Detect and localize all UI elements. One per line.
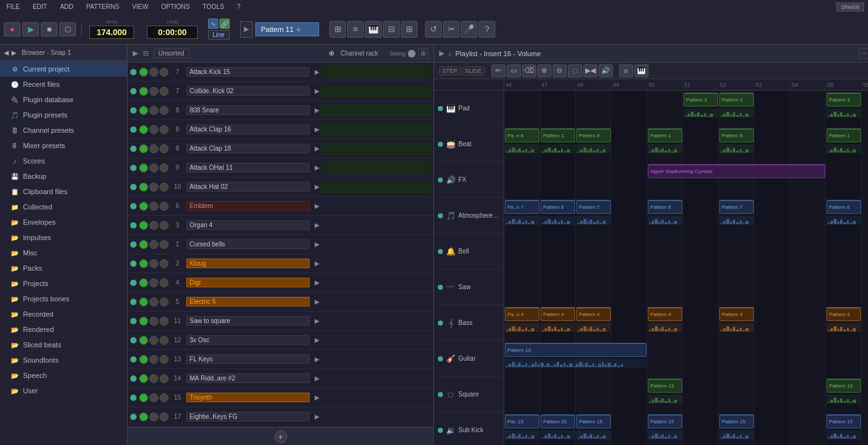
channel-fx[interactable] (160, 163, 168, 172)
pattern-block[interactable]: Pattern 1 (541, 128, 575, 142)
pattern-expand-arrow[interactable]: ▶ (315, 68, 320, 75)
channel-solo[interactable] (139, 125, 148, 134)
channel-mute[interactable] (149, 240, 158, 249)
track-label[interactable]: □Square (434, 377, 504, 412)
pattern-block[interactable]: Pattern 13 (648, 379, 682, 393)
track-cell[interactable] (504, 269, 540, 305)
tool-piano[interactable]: 🎹 (634, 64, 648, 77)
channel-fx[interactable] (160, 336, 168, 345)
pattern-block[interactable]: Pattern 4 (648, 307, 682, 321)
pattern-block[interactable]: Pat..15 (505, 414, 539, 428)
sidebar-item-recent-files[interactable]: 🕐Recent files (0, 77, 127, 92)
record-button[interactable]: ● (4, 22, 20, 36)
sidebar-item-mixer-presets[interactable]: 🎚Mixer presets (0, 138, 127, 153)
channel-solo[interactable] (139, 144, 148, 153)
channel-mute[interactable] (149, 355, 158, 364)
pattern-expand-arrow[interactable]: ▶ (315, 394, 320, 401)
menu-edit[interactable]: EDIT (30, 3, 50, 10)
track-cell[interactable] (611, 269, 647, 305)
track-cell[interactable] (790, 377, 826, 412)
track-led[interactable] (438, 177, 443, 183)
channel-solo[interactable] (139, 412, 148, 421)
pattern-button[interactable]: ⬡ (59, 22, 76, 36)
pattern-block[interactable]: Pattern 1 (827, 128, 861, 142)
track-cell[interactable] (683, 126, 719, 162)
pattern-expand-arrow[interactable]: ▶ (315, 260, 320, 267)
channel-name[interactable]: Electric 5 (186, 297, 310, 306)
track-led[interactable] (438, 213, 443, 218)
piano-roll-icon[interactable]: 🎹 (365, 21, 382, 38)
track-cell[interactable] (611, 234, 647, 269)
pattern-block[interactable]: Pattern 3 (684, 93, 718, 107)
channel-fx[interactable] (160, 106, 168, 115)
pattern-block[interactable]: Pattern 15 (648, 414, 682, 428)
track-cell[interactable] (790, 126, 826, 162)
pattern-add-btn[interactable]: + (296, 24, 301, 34)
track-cell[interactable] (754, 412, 790, 445)
channel-fx[interactable] (160, 183, 168, 192)
track-cell[interactable] (611, 162, 647, 198)
sidebar-item-speech[interactable]: 📂Speech (0, 368, 127, 383)
channel-solo[interactable] (139, 183, 148, 192)
channel-mute[interactable] (149, 221, 158, 230)
track-cell[interactable] (683, 377, 719, 412)
channel-mute[interactable] (149, 163, 158, 172)
channel-mute[interactable] (149, 106, 158, 115)
track-cell[interactable] (790, 234, 826, 269)
sidebar-item-impulses[interactable]: 📂Impulses (0, 230, 127, 245)
track-cell[interactable] (504, 234, 540, 269)
channel-solo[interactable] (139, 68, 148, 77)
channel-name[interactable]: 808 Snare (186, 105, 310, 115)
help-icon[interactable]: ? (479, 21, 495, 38)
channel-solo[interactable] (139, 202, 148, 211)
cut-icon[interactable]: ✂ (443, 21, 460, 38)
track-cell[interactable] (611, 305, 647, 341)
track-led[interactable] (438, 321, 443, 326)
link-icon[interactable]: 🔗 (220, 19, 230, 29)
pattern-expand-arrow[interactable]: ▶ (315, 222, 320, 229)
pattern-expand-arrow[interactable]: ▶ (315, 336, 320, 343)
pattern-block[interactable]: Pattern 3 (827, 93, 861, 107)
channel-name[interactable]: 3x Osc (186, 335, 310, 345)
track-cell[interactable] (862, 126, 868, 162)
channel-fx[interactable] (160, 259, 168, 268)
track-led[interactable] (438, 249, 443, 254)
track-cell[interactable] (540, 234, 576, 269)
track-cell[interactable] (826, 269, 862, 305)
track-cell[interactable] (826, 234, 862, 269)
sidebar-item-sliced-beats[interactable]: 📂Sliced beats (0, 337, 127, 352)
pattern-block[interactable]: Pattern 15 (541, 414, 575, 428)
channel-name[interactable]: Eightie..Keys FG (186, 412, 310, 421)
channel-mute[interactable] (149, 202, 158, 211)
grid-icon[interactable]: ⊞ (418, 49, 428, 59)
tool-draw[interactable]: ✏ (491, 64, 505, 77)
track-led[interactable] (438, 392, 443, 397)
menu-file[interactable]: FILE (4, 3, 22, 10)
channel-mute[interactable] (149, 259, 158, 268)
track-row[interactable]: Pattern 13Pattern 13 (504, 377, 868, 412)
pattern-block[interactable]: Pattern 4 (576, 307, 611, 321)
channel-name[interactable]: Attack OHat 11 (186, 163, 310, 172)
channel-fx[interactable] (160, 355, 168, 364)
sidebar-item-rendered[interactable]: 📂Rendered (0, 322, 127, 337)
sidebar-item-channel-presets[interactable]: 🎛Channel presets (0, 123, 127, 138)
pattern-block[interactable]: Pattern 13 (827, 379, 861, 393)
sidebar-item-clipboard-files[interactable]: 📋Clipboard files (0, 184, 127, 199)
track-row[interactable]: Pat..15Pattern 15Pattern 15Pattern 15Pat… (504, 412, 868, 445)
channel-solo[interactable] (139, 355, 148, 364)
channel-fx[interactable] (160, 412, 168, 421)
pattern-expand-arrow[interactable]: ▶ (315, 375, 320, 382)
channel-name[interactable]: Saw to square (186, 316, 310, 326)
channel-solo[interactable] (139, 163, 148, 172)
track-cell[interactable] (790, 91, 826, 126)
sidebar-item-backup[interactable]: 💾Backup (0, 169, 127, 184)
track-cell[interactable] (862, 412, 868, 445)
track-led[interactable] (438, 106, 443, 111)
channel-mute[interactable] (149, 68, 158, 77)
channel-solo[interactable] (139, 278, 148, 287)
pattern-expand-arrow[interactable]: ▶ (315, 298, 320, 305)
channel-solo[interactable] (139, 259, 148, 268)
pattern-expand-arrow[interactable]: ▶ (315, 145, 320, 152)
channel-mute[interactable] (149, 278, 158, 287)
tool-zoom-in[interactable]: ⊕ (537, 64, 551, 77)
